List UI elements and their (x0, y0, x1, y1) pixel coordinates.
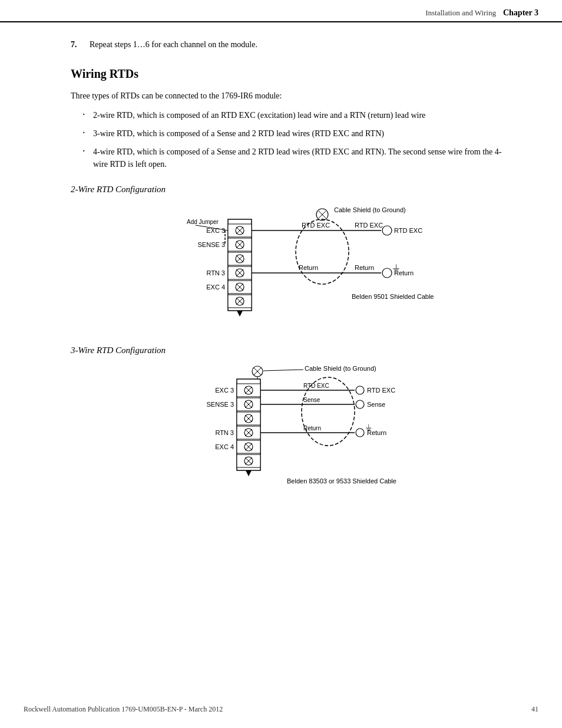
svg-text:Belden 83503 or 9533 Shielded : Belden 83503 or 9533 Shielded Cable (287, 477, 396, 485)
svg-text:Cable Shield (to Ground): Cable Shield (to Ground) (305, 365, 376, 372)
svg-text:Return: Return (367, 429, 386, 436)
svg-point-35 (296, 219, 349, 284)
list-item-3wire: 3-wire RTD, which is composed of a Sense… (82, 127, 515, 140)
subsection-3wire: 3-Wire RTD Configuration (71, 345, 515, 355)
step-number-7: 7. (71, 40, 82, 50)
list-item-4wire: 4-wire RTD, which is composed of a Sense… (82, 146, 515, 170)
svg-text:Cable Shield (to Ground): Cable Shield (to Ground) (334, 206, 406, 213)
svg-point-105 (356, 429, 364, 437)
svg-point-49 (382, 268, 392, 278)
page-content: 7. Repeat steps 1…6 for each channel on … (0, 22, 562, 545)
svg-text:RTN 3: RTN 3 (206, 269, 225, 276)
diagram-2wire: EXC 3 SENSE 3 RTN 3 EXC 4 Add Jumper (71, 202, 515, 331)
page-header: Installation and Wiring Chapter 3 (0, 0, 562, 22)
svg-text:SENSE 3: SENSE 3 (207, 401, 234, 408)
svg-text:Return: Return (303, 425, 321, 431)
footer-publication: Rockwell Automation Publication 1769-UM0… (24, 705, 223, 714)
svg-text:RTD EXC: RTD EXC (302, 222, 330, 229)
svg-marker-25 (237, 311, 243, 317)
section-heading-wiring-rtds: Wiring RTDs (71, 67, 515, 81)
svg-text:Belden 9501 Shielded Cable: Belden 9501 Shielded Cable (352, 293, 434, 300)
svg-text:EXC 3: EXC 3 (215, 387, 234, 394)
svg-marker-80 (246, 470, 252, 476)
step-7: 7. Repeat steps 1…6 for each channel on … (71, 40, 515, 50)
svg-text:RTN 3: RTN 3 (215, 429, 234, 436)
svg-text:SENSE 3: SENSE 3 (198, 241, 225, 248)
svg-text:Return: Return (299, 264, 318, 271)
svg-text:Return: Return (355, 264, 374, 271)
svg-text:RTD EXC: RTD EXC (355, 222, 383, 229)
diagram-3wire: EXC 3 SENSE 3 RTN 3 EXC 4 Cable Shield (… (71, 363, 515, 495)
svg-text:EXC 4: EXC 4 (206, 284, 225, 291)
svg-text:RTD EXC: RTD EXC (394, 227, 422, 234)
subsection-2wire: 2-Wire RTD Configuration (71, 185, 515, 195)
list-item-2wire: 2-wire RTD, which is composed of an RTD … (82, 109, 515, 121)
svg-text:EXC 4: EXC 4 (215, 443, 234, 450)
footer-page-number: 41 (531, 705, 538, 714)
header-chapter: Chapter 3 (503, 8, 538, 18)
svg-text:Sense: Sense (303, 397, 320, 403)
svg-text:Return: Return (394, 269, 414, 276)
svg-point-47 (382, 226, 392, 235)
page-footer: Rockwell Automation Publication 1769-UM0… (0, 705, 562, 714)
svg-line-90 (263, 370, 303, 371)
rtd-types-list: 2-wire RTD, which is composed of an RTD … (82, 109, 515, 170)
svg-text:Add Jumper: Add Jumper (187, 219, 219, 225)
step-7-text: Repeat steps 1…6 for each channel on the… (90, 40, 257, 50)
svg-point-103 (356, 400, 364, 409)
svg-text:Sense: Sense (367, 401, 385, 408)
svg-text:RTD EXC: RTD EXC (367, 387, 395, 394)
svg-point-101 (356, 386, 364, 394)
intro-text: Three types of RTDs can be connected to … (71, 91, 515, 101)
svg-text:RTD EXC: RTD EXC (303, 383, 329, 389)
header-section-title: Installation and Wiring (425, 8, 496, 18)
svg-text:EXC 3: EXC 3 (206, 227, 225, 234)
